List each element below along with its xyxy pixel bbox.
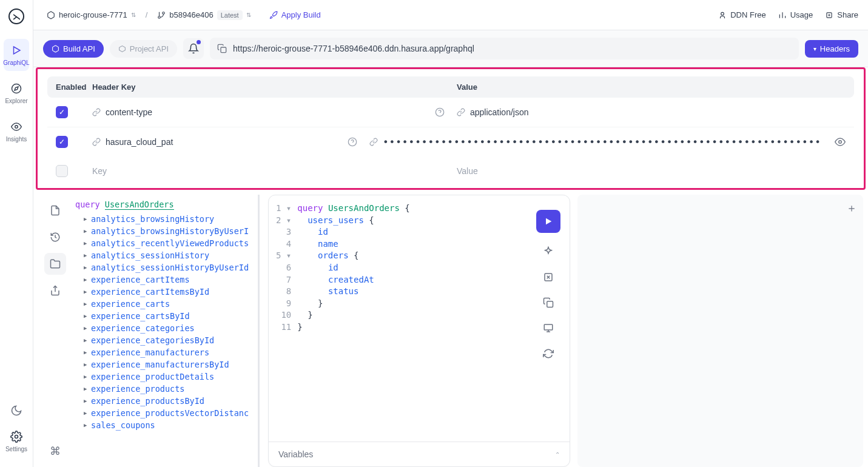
rail-settings[interactable]: Settings — [0, 425, 33, 457]
variables-toggle[interactable]: Variables ⌃ — [269, 442, 570, 466]
svg-marker-20 — [546, 218, 551, 225]
headers-toggle-button[interactable]: ▾ Headers — [805, 40, 858, 58]
header-value-input[interactable]: Value — [457, 166, 478, 176]
explorer-field[interactable]: ▶experience_cartsById — [75, 310, 254, 322]
explorer-field[interactable]: ▶analytics_browsingHistory — [75, 213, 254, 225]
apply-build-button[interactable]: Apply Build — [266, 8, 325, 22]
help-icon[interactable] — [348, 137, 357, 147]
explorer-field[interactable]: ▶experience_manufacturers — [75, 346, 254, 358]
explorer-field[interactable]: ▶experience_manufacturersById — [75, 358, 254, 371]
help-icon[interactable] — [435, 107, 445, 117]
col-key-header: Header Key — [92, 82, 457, 92]
header-value-value[interactable]: ••••••••••••••••••••••••••••••••••••••••… — [383, 136, 821, 148]
triangle-icon: ▶ — [84, 264, 89, 270]
chevron-up-icon: ⌃ — [555, 451, 560, 458]
col-enabled-header: Enabled — [56, 82, 92, 92]
svg-marker-0 — [14, 47, 21, 54]
endpoint-url[interactable]: https://heroic-grouse-7771-b58946e406.dd… — [210, 38, 799, 59]
explorer-field[interactable]: ▶experience_productsVectorDistanc — [75, 407, 254, 419]
explorer-field[interactable]: ▶analytics_recentlyViewedProducts — [75, 237, 254, 249]
hasura-logo[interactable]: ⋋ — [8, 8, 24, 24]
export-button[interactable] — [44, 280, 66, 301]
header-enable-checkbox[interactable]: ✓ — [56, 136, 68, 148]
link-icon — [457, 108, 465, 116]
explorer-field[interactable]: ▶experience_carts — [75, 298, 254, 310]
copy-query-button[interactable] — [542, 296, 555, 309]
triangle-icon: ▶ — [84, 349, 89, 355]
branch-icon — [157, 11, 166, 19]
explorer-field[interactable]: ▶analytics_browsingHistoryByUserI — [75, 225, 254, 237]
explorer-field[interactable]: ▶analytics_sessionHistoryByUserId — [75, 261, 254, 274]
build-crumb[interactable]: b58946e406 Latest ⇅ — [153, 8, 254, 22]
project-api-button[interactable]: Project API — [110, 40, 177, 58]
explorer-toggle-button[interactable] — [44, 253, 66, 275]
user-icon — [718, 11, 727, 19]
project-name: heroic-grouse-7771 — [59, 10, 127, 19]
header-key-value[interactable]: hasura_cloud_pat — [106, 137, 173, 147]
output-panel: ＋ — [577, 195, 863, 467]
refresh-button[interactable] — [542, 347, 555, 360]
triangle-icon: ▶ — [84, 240, 89, 246]
ddn-free-link[interactable]: DDN Free — [718, 10, 766, 19]
explorer-field[interactable]: ▶analytics_sessionHistory — [75, 249, 254, 261]
rail-graphiql[interactable]: GraphiQL — [4, 39, 29, 71]
svg-marker-2 — [15, 87, 18, 90]
presentation-button[interactable] — [542, 321, 555, 335]
explorer-field[interactable]: ▶experience_productDetails — [75, 371, 254, 383]
usage-link[interactable]: Usage — [778, 10, 813, 19]
share-icon — [825, 11, 833, 19]
eye-icon[interactable] — [835, 136, 846, 147]
explorer-field[interactable]: ▶experience_cartItemsById — [75, 286, 254, 298]
explorer-toolbar: ⌘ — [38, 195, 72, 467]
rail-insights[interactable]: Insights — [0, 115, 33, 147]
header-row: ✓content-typeapplication/json — [47, 98, 854, 127]
build-api-button[interactable]: Build API — [43, 40, 104, 58]
merge-button[interactable] — [542, 270, 555, 284]
rail-insights-label: Insights — [6, 136, 27, 143]
notifications-button[interactable] — [183, 38, 204, 59]
query-editor: 1 ▾2 ▾345 ▾67891011 query UsersAndOrders… — [268, 195, 570, 467]
col-value-header: Value — [457, 82, 821, 92]
triangle-icon: ▶ — [84, 277, 89, 283]
explorer-field[interactable]: ▶experience_categoriesById — [75, 334, 254, 346]
moon-icon[interactable] — [10, 405, 22, 417]
chevron-down-icon: ▾ — [813, 45, 816, 52]
merge-icon — [543, 272, 554, 283]
svg-rect-22 — [547, 301, 553, 307]
header-value-value[interactable]: application/json — [470, 107, 529, 117]
triangle-icon: ▶ — [84, 325, 89, 331]
keyboard-shortcuts-button[interactable]: ⌘ — [44, 440, 66, 462]
triangle-icon: ▶ — [84, 361, 89, 368]
explorer-field[interactable]: ▶experience_productsById — [75, 395, 254, 407]
copy-icon — [543, 297, 554, 308]
header-key-value[interactable]: content-type — [106, 107, 152, 117]
copy-icon[interactable] — [217, 44, 227, 53]
triangle-icon: ▶ — [84, 252, 89, 258]
editor-tools — [534, 203, 562, 434]
header-key-input[interactable]: Key — [92, 166, 107, 176]
bell-icon — [188, 43, 199, 54]
header-enable-checkbox[interactable]: ✓ — [56, 165, 68, 177]
project-crumb[interactable]: heroic-grouse-7771 ⇅ — [43, 8, 140, 22]
add-tab-button[interactable]: ＋ — [846, 201, 857, 215]
svg-point-6 — [163, 12, 165, 14]
history-button[interactable] — [44, 226, 66, 248]
svg-rect-13 — [221, 47, 226, 53]
explorer-field[interactable]: ▶experience_categories — [75, 322, 254, 334]
svg-point-7 — [158, 16, 161, 18]
code-area[interactable]: query UsersAndOrders { users_users { id … — [297, 203, 409, 434]
headers-panel: Enabled Header Key Value ✓content-typeap… — [36, 67, 866, 190]
header-enable-checkbox[interactable]: ✓ — [56, 106, 68, 118]
explorer-field[interactable]: ▶experience_products — [75, 383, 254, 395]
share-link[interactable]: Share — [825, 10, 858, 19]
header-row: ✓hasura_cloud_pat•••••••••••••••••••••••… — [47, 127, 854, 156]
triangle-icon: ▶ — [84, 410, 89, 416]
presentation-icon — [543, 323, 554, 334]
explorer-field[interactable]: ▶sales_coupons — [75, 419, 254, 431]
explorer-field[interactable]: ▶experience_cartItems — [75, 274, 254, 286]
rail-explorer[interactable]: Explorer — [0, 77, 33, 109]
svg-rect-23 — [544, 324, 553, 330]
docs-button[interactable] — [44, 200, 66, 221]
prettify-button[interactable] — [542, 245, 555, 258]
run-button[interactable] — [536, 210, 560, 233]
